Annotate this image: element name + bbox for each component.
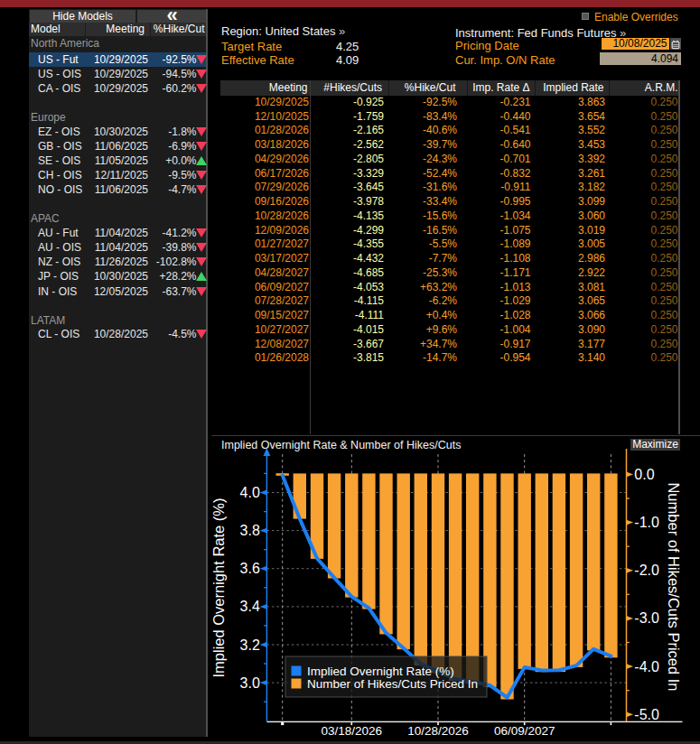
svg-text:03/18/2026: 03/18/2026 [322,724,383,738]
svg-text:-3.0: -3.0 [634,610,659,626]
svg-text:Implied Overnight Rate (%): Implied Overnight Rate (%) [307,665,454,678]
svg-text:Number of Hikes/Cuts Priced In: Number of Hikes/Cuts Priced In [307,677,478,691]
svg-text:10/28/2026: 10/28/2026 [407,724,469,738]
svg-text:06/09/2027: 06/09/2027 [494,724,555,738]
svg-text:Number of Hikes/Cuts Priced In: Number of Hikes/Cuts Priced In [666,482,682,691]
svg-text:3.0: 3.0 [240,675,260,691]
svg-text:-2.0: -2.0 [634,563,659,578]
svg-text:3.8: 3.8 [240,523,260,538]
svg-text:-4.0: -4.0 [634,659,659,674]
svg-text:3.2: 3.2 [240,637,260,653]
svg-text:4.0: 4.0 [240,485,260,500]
svg-text:Implied Overnight Rate (%): Implied Overnight Rate (%) [210,498,227,678]
svg-text:-5.0: -5.0 [634,707,659,722]
svg-text:0.0: 0.0 [634,467,654,482]
svg-text:3.6: 3.6 [240,561,260,576]
svg-text:3.4: 3.4 [240,599,260,614]
svg-text:-1.0: -1.0 [634,515,659,530]
